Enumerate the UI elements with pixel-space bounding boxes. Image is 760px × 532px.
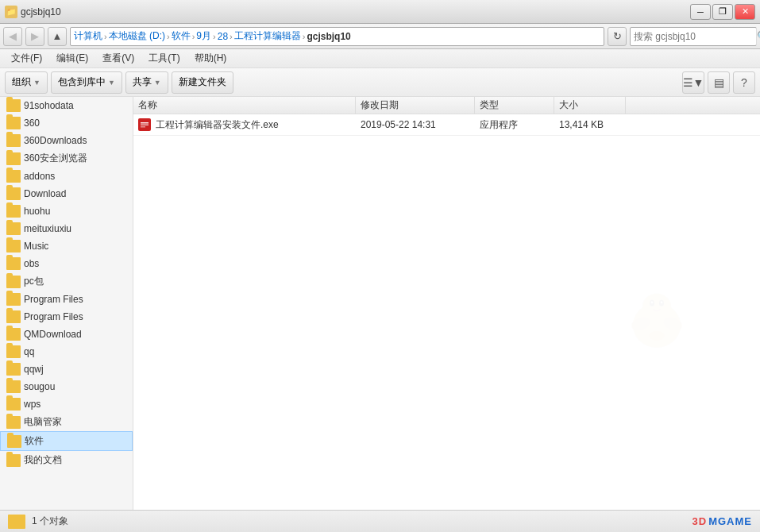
forward-button[interactable]: ▶ [25,27,44,46]
svg-point-9 [661,301,662,303]
sidebar-label: 360Downloads [24,135,87,146]
menu-view[interactable]: 查看(V) [96,50,141,67]
folder-icon [6,380,21,393]
search-input[interactable] [631,31,756,42]
share-arrow: ▼ [154,79,161,87]
status-bar: 1 个对象 3D MGAME [0,510,760,532]
address-input[interactable]: 计算机 › 本地磁盘 (D:) › 软件 › 9月 › 28 › 工程计算编辑器… [70,27,604,46]
share-button[interactable]: 共享 ▼ [125,71,168,94]
close-button[interactable]: ✕ [735,4,755,20]
svg-point-6 [650,300,654,306]
svg-rect-1 [141,122,149,124]
sidebar-item-pc[interactable]: pc包 [0,272,133,291]
refresh-button[interactable]: ↻ [608,27,627,46]
sidebar-item-ruanjian[interactable]: 软件 [0,431,133,451]
column-name[interactable]: 名称 [133,97,356,114]
svg-point-5 [642,294,671,319]
svg-point-4 [633,303,681,348]
status-count: 1 个对象 [32,515,68,528]
sidebar-item-wps[interactable]: wps [0,395,133,413]
sidebar-label: wps [24,399,41,410]
breadcrumb-current: gcjsbjq10 [307,31,350,42]
menu-help[interactable]: 帮助(H) [188,50,233,67]
svg-point-8 [651,301,653,303]
sidebar-item-meituxiuxiu[interactable]: meituxiuxiu [0,220,133,237]
title-bar: 📁 gcjsbjq10 ─ ❐ ✕ [0,0,760,24]
sidebar-item-music[interactable]: Music [0,237,133,255]
preview-toggle-button[interactable]: ▤ [708,71,730,94]
sidebar-item-qq[interactable]: qq [0,343,133,360]
share-label: 共享 [133,75,152,89]
view-toggle-button[interactable]: ☰▼ [682,71,704,94]
menu-edit[interactable]: 编辑(E) [50,50,95,67]
up-button[interactable]: ▲ [48,27,67,46]
breadcrumb-month[interactable]: 9月 [196,29,211,43]
include-library-button[interactable]: 包含到库中 ▼ [51,71,122,94]
sidebar-item-pcmanager[interactable]: 电脑管家 [0,413,133,431]
address-bar: ◀ ▶ ▲ 计算机 › 本地磁盘 (D:) › 软件 › 9月 › 28 › 工… [0,24,760,49]
folder-icon [6,99,21,112]
sidebar-item-360[interactable]: 360 [0,114,133,132]
sidebar-label: Program Files [24,294,83,305]
folder-icon [6,328,21,341]
include-library-label: 包含到库中 [58,75,106,89]
sidebar-item-download[interactable]: Download [0,185,133,202]
sidebar-item-mydocs[interactable]: 我的文档 [0,451,133,469]
help-icon: ? [741,76,747,89]
sidebar-label: sougou [24,381,55,392]
title-bar-left: 📁 gcjsbjq10 [5,6,61,18]
sidebar-item-qqwj[interactable]: qqwj [0,360,133,378]
breadcrumb-editor[interactable]: 工程计算编辑器 [234,29,301,43]
column-date[interactable]: 修改日期 [356,97,475,114]
sidebar-label: QMDownload [24,329,82,340]
sidebar-item-360browser[interactable]: 360安全浏览器 [0,149,133,168]
window-title: gcjsbjq10 [21,6,61,17]
sidebar-label: meituxiuxiu [24,223,71,234]
search-box[interactable]: 🔍 [630,27,757,46]
menu-bar: 文件(F) 编辑(E) 查看(V) 工具(T) 帮助(H) [0,49,760,68]
folder-icon [7,435,21,448]
sidebar: 91sohodata 360 360Downloads 360安全浏览器 add… [0,97,133,510]
column-header: 名称 修改日期 类型 大小 [133,97,760,114]
breadcrumb-disk[interactable]: 本地磁盘 (D:) [109,29,165,43]
content-pane: 名称 修改日期 类型 大小 工程计算编辑器安装文件.exe [133,97,760,510]
svg-rect-3 [141,126,145,128]
organize-label: 组织 [12,75,31,89]
folder-icon [6,398,21,411]
sidebar-label: addons [24,171,55,182]
sidebar-item-sougou[interactable]: sougou [0,378,133,395]
logo-mgame: MGAME [708,515,752,527]
sidebar-label: 软件 [25,434,44,448]
folder-icon [6,222,21,235]
minimize-button[interactable]: ─ [690,4,711,20]
folder-icon [6,187,21,200]
menu-tools[interactable]: 工具(T) [142,50,186,67]
back-button[interactable]: ◀ [3,27,22,46]
restore-button[interactable]: ❐ [712,4,733,20]
breadcrumb-day[interactable]: 28 [218,31,228,42]
sidebar-item-huohu[interactable]: huohu [0,202,133,220]
sidebar-item-obs[interactable]: obs [0,255,133,272]
menu-file[interactable]: 文件(F) [5,50,48,67]
organize-button[interactable]: 组织 ▼ [5,71,48,94]
logo-3d: 3D [692,515,708,527]
view-icon: ☰▼ [683,76,704,89]
folder-icon [6,117,21,129]
window-icon: 📁 [5,6,17,18]
table-row[interactable]: 工程计算编辑器安装文件.exe 2019-05-22 14:31 应用程序 13… [133,114,760,136]
column-size[interactable]: 大小 [554,97,626,114]
sidebar-item-addons[interactable]: addons [0,168,133,185]
sidebar-item-91sohodata[interactable]: 91sohodata [0,97,133,114]
sidebar-item-programfiles2[interactable]: Program Files [0,308,133,326]
help-button[interactable]: ? [733,71,755,94]
breadcrumb-computer[interactable]: 计算机 [74,29,102,43]
file-name-cell: 工程计算编辑器安装文件.exe [133,116,356,133]
sidebar-item-360downloads[interactable]: 360Downloads [0,132,133,149]
window-controls: ─ ❐ ✕ [690,4,755,20]
search-icon[interactable]: 🔍 [756,28,760,45]
new-folder-button[interactable]: 新建文件夹 [172,71,233,94]
sidebar-item-programfiles1[interactable]: Program Files [0,291,133,308]
breadcrumb-software[interactable]: 软件 [172,29,191,43]
column-type[interactable]: 类型 [475,97,554,114]
sidebar-item-qmdownload[interactable]: QMDownload [0,326,133,343]
